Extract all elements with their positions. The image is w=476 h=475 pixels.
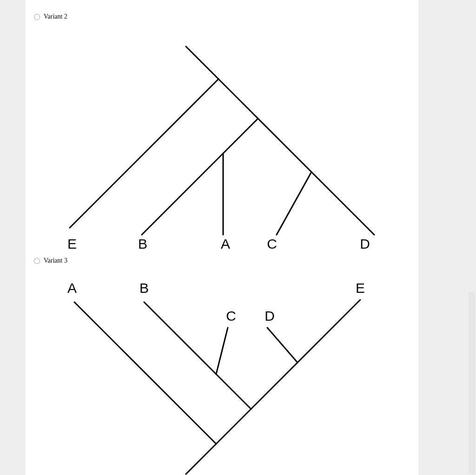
svg-line-10 (216, 328, 228, 374)
svg-line-11 (267, 328, 298, 363)
scrollbar-thumb[interactable] (469, 292, 475, 474)
leaf-label-C: C (226, 308, 236, 323)
option-variant-3[interactable]: Variant 3 (34, 257, 67, 264)
leaf-label-E: E (356, 280, 365, 296)
tree-diagram-variant-3: A B C D E (40, 267, 402, 475)
tree-diagram-variant-2: E B A C D (40, 23, 402, 251)
svg-line-2 (70, 79, 218, 228)
leaf-label-D: D (264, 308, 275, 323)
option-variant-2[interactable]: Variant 2 (34, 13, 67, 20)
tree-svg-2: E B A C D (40, 23, 402, 251)
svg-line-0 (186, 46, 218, 79)
svg-line-5 (277, 172, 311, 235)
radio-variant-2[interactable] (34, 14, 40, 20)
option-label: Variant 3 (44, 257, 67, 264)
tree-svg-3: A B C D E (40, 267, 402, 475)
svg-line-3 (142, 119, 258, 235)
option-label: Variant 2 (44, 13, 67, 20)
radio-variant-3[interactable] (34, 258, 40, 264)
svg-line-7 (216, 300, 360, 444)
leaf-label-A: A (221, 236, 230, 251)
leaf-label-B: B (139, 280, 149, 296)
content-card: Variant 2 E B A C D (26, 0, 418, 475)
svg-line-1 (218, 79, 374, 235)
svg-line-6 (186, 444, 216, 474)
svg-line-8 (74, 302, 216, 444)
leaf-label-A: A (67, 280, 77, 296)
leaf-label-B: B (138, 236, 147, 251)
leaf-label-D: D (360, 236, 370, 251)
leaf-label-C: C (267, 236, 277, 251)
leaf-label-E: E (67, 236, 77, 251)
